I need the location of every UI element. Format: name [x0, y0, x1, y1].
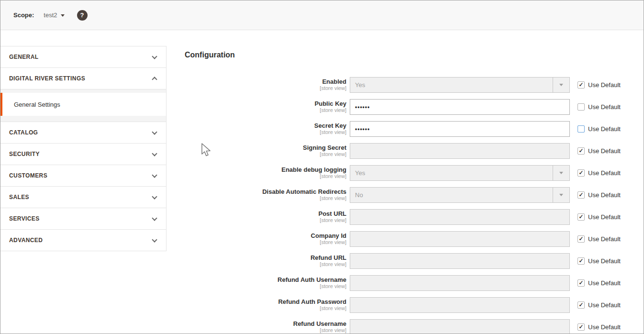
use-default-toggle[interactable]: ✓ Use Default: [577, 81, 621, 89]
chevron-down-icon: [152, 129, 157, 134]
field-value: Yes: [350, 78, 553, 92]
use-default-toggle[interactable]: ✓ Use Default: [577, 213, 621, 221]
field-label: Enabled: [185, 78, 346, 85]
select-enabled: Yes: [350, 77, 570, 93]
help-icon[interactable]: ?: [77, 10, 88, 21]
config-field-row-company-id: Company Id [store view] ✓ Use Default: [185, 231, 630, 247]
config-form: Enabled [store view] Yes ✓ Use Default P…: [185, 77, 630, 334]
use-default-toggle[interactable]: ✓ Use Default: [577, 279, 621, 287]
sidebar-section-customers[interactable]: CUSTOMERS: [0, 165, 166, 187]
field-scope-note: [store view]: [185, 261, 346, 267]
config-field-row-secret-key: Secret Key [store view] •••••• Use Defau…: [185, 121, 630, 137]
config-field-row-public-key: Public Key [store view] •••••• Use Defau…: [185, 99, 630, 115]
use-default-checkbox[interactable]: ✓: [577, 301, 585, 309]
use-default-checkbox[interactable]: [577, 125, 585, 133]
use-default-checkbox[interactable]: ✓: [577, 169, 585, 177]
field-value: Yes: [350, 166, 553, 180]
field-label: Post URL: [185, 210, 346, 217]
field-value: [350, 254, 569, 268]
use-default-label: Use Default: [588, 125, 621, 133]
use-default-checkbox[interactable]: ✓: [577, 279, 585, 287]
use-default-toggle[interactable]: ✓ Use Default: [577, 147, 621, 155]
field-label: Refund Auth Password: [185, 298, 346, 305]
select-enable-debug-logging: Yes: [350, 165, 570, 181]
sidebar-section-general[interactable]: GENERAL: [0, 46, 166, 68]
use-default-checkbox[interactable]: ✓: [577, 81, 585, 89]
input-secret-key[interactable]: ••••••: [350, 121, 570, 137]
use-default-toggle[interactable]: ✓ Use Default: [577, 169, 621, 177]
config-field-row-refund-auth-username: Refund Auth Username [store view] ✓ Use …: [185, 275, 630, 291]
field-scope-note: [store view]: [185, 129, 346, 135]
field-value: ••••••: [350, 100, 569, 114]
sidebar-item-general-settings[interactable]: General Settings: [0, 93, 166, 116]
use-default-label: Use Default: [588, 235, 621, 243]
mouse-cursor: [200, 143, 213, 158]
field-scope-note: [store view]: [185, 173, 346, 179]
use-default-toggle[interactable]: Use Default: [577, 103, 621, 111]
use-default-toggle[interactable]: ✓ Use Default: [577, 257, 621, 265]
sidebar-section-advanced[interactable]: ADVANCED: [0, 230, 166, 251]
field-label: Public Key: [185, 100, 346, 107]
config-field-row-signing-secret: Signing Secret [store view] ✓ Use Defaul…: [185, 143, 630, 159]
chevron-down-icon: [152, 172, 157, 178]
use-default-toggle[interactable]: ✓ Use Default: [577, 191, 621, 199]
field-scope-note: [store view]: [185, 283, 346, 289]
input-public-key[interactable]: ••••••: [350, 99, 570, 115]
admin-config-page: Scope: test2 ? GENERAL DIGITAL RIVER SET…: [0, 0, 644, 334]
use-default-toggle[interactable]: Use Default: [577, 125, 621, 133]
sidebar-subpanel: General Settings: [0, 89, 166, 122]
use-default-toggle[interactable]: ✓ Use Default: [577, 235, 621, 243]
field-scope-note: [store view]: [185, 217, 346, 223]
config-field-row-refund-url: Refund URL [store view] ✓ Use Default: [185, 253, 630, 269]
field-value: [350, 232, 569, 246]
sidebar-section-catalog[interactable]: CATALOG: [0, 122, 166, 144]
input-refund-auth-password: [350, 297, 570, 313]
use-default-label: Use Default: [588, 213, 621, 221]
use-default-label: Use Default: [588, 169, 621, 177]
chevron-up-icon: [152, 77, 157, 82]
chevron-down-icon: [152, 215, 157, 221]
sidebar-section-digital-river-settings[interactable]: DIGITAL RIVER SETTINGS: [0, 68, 166, 89]
use-default-label: Use Default: [588, 103, 621, 111]
use-default-toggle[interactable]: ✓ Use Default: [577, 323, 621, 331]
field-value: [350, 298, 569, 312]
use-default-label: Use Default: [588, 191, 621, 199]
use-default-checkbox[interactable]: ✓: [577, 147, 585, 155]
use-default-checkbox[interactable]: ✓: [577, 191, 585, 199]
sidebar-section-sales[interactable]: SALES: [0, 187, 166, 208]
field-label: Refund URL: [185, 254, 346, 261]
use-default-checkbox[interactable]: ✓: [577, 213, 585, 221]
field-label: Disable Automatic Redirects: [185, 188, 346, 195]
chevron-down-icon: [152, 54, 157, 59]
field-value: [350, 144, 569, 158]
field-value: ••••••: [350, 122, 569, 136]
sidebar-section-services[interactable]: SERVICES: [0, 208, 166, 230]
field-value: [350, 210, 569, 224]
field-scope-note: [store view]: [185, 195, 346, 201]
field-value: No: [350, 188, 553, 202]
use-default-checkbox[interactable]: ✓: [577, 257, 585, 265]
input-refund-url: [350, 253, 570, 269]
field-scope-note: [store view]: [185, 107, 346, 113]
select-chevron-down-icon: [553, 188, 569, 202]
field-label: Refund Auth Username: [185, 276, 346, 283]
use-default-checkbox[interactable]: [577, 103, 585, 111]
chevron-down-icon: [152, 194, 157, 199]
config-field-row-disable-automatic-redirects: Disable Automatic Redirects [store view]…: [185, 187, 630, 203]
use-default-label: Use Default: [588, 257, 621, 265]
input-signing-secret: [350, 143, 570, 159]
field-scope-note: [store view]: [185, 85, 346, 91]
use-default-checkbox[interactable]: ✓: [577, 323, 585, 331]
field-label: Refund Username: [185, 320, 346, 327]
config-field-row-post-url: Post URL [store view] ✓ Use Default: [185, 209, 630, 225]
input-refund-auth-username: [350, 275, 570, 291]
sidebar: GENERAL DIGITAL RIVER SETTINGS General S…: [0, 46, 167, 251]
sidebar-section-security[interactable]: SECURITY: [0, 144, 166, 165]
config-field-row-refund-username: Refund Username [store view] ✓ Use Defau…: [185, 319, 630, 334]
use-default-checkbox[interactable]: ✓: [577, 235, 585, 243]
scope-bar: Scope: test2 ?: [0, 0, 644, 30]
scope-switcher[interactable]: test2: [44, 11, 64, 19]
field-value: [350, 276, 569, 290]
use-default-toggle[interactable]: ✓ Use Default: [577, 301, 621, 309]
select-chevron-down-icon: [553, 78, 569, 92]
